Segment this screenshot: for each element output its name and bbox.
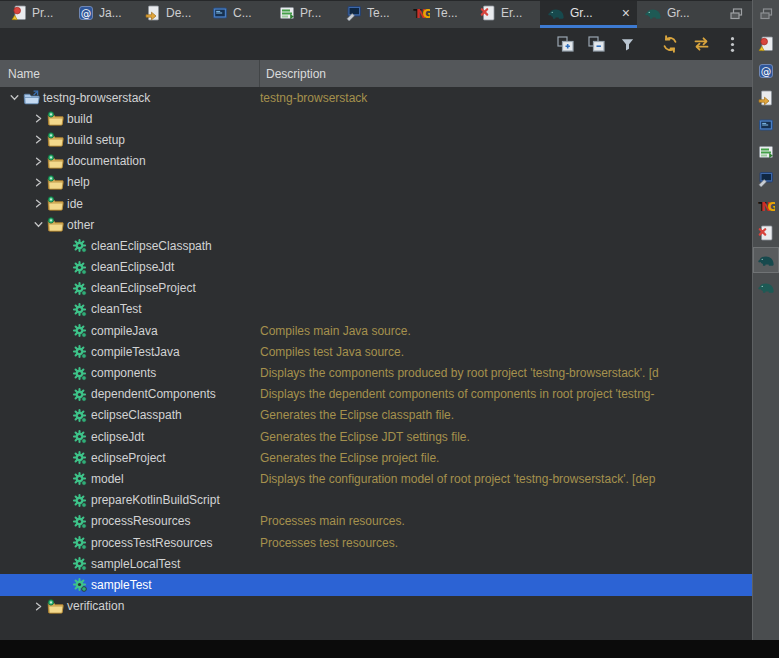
tree-row-sampleTest[interactable]: sampleTest: [0, 574, 752, 595]
tab-label: Gr...: [570, 6, 593, 20]
tree-row-components[interactable]: componentsDisplays the components produc…: [0, 362, 752, 383]
expander[interactable]: [30, 199, 46, 208]
tree-row-compileTestJava[interactable]: compileTestJavaCompiles test Java source…: [0, 341, 752, 362]
sidebar-declaration-button[interactable]: [754, 86, 778, 110]
expander[interactable]: [6, 93, 22, 102]
declaration-icon: [145, 5, 161, 21]
tree-row-sampleLocalTest[interactable]: sampleLocalTest: [0, 553, 752, 574]
terminal-icon: [346, 5, 362, 21]
problems-icon: [758, 36, 774, 52]
tab-label: Ja...: [99, 6, 122, 20]
expander[interactable]: [30, 157, 46, 166]
sidebar-problems-button[interactable]: [754, 32, 778, 56]
tree-row-ide[interactable]: ide: [0, 193, 752, 214]
item-icon-wrap: [70, 493, 89, 508]
column-header-name[interactable]: Name: [0, 67, 259, 81]
tree-row-processResources[interactable]: processResourcesProcesses main resources…: [0, 511, 752, 532]
chevron-right-icon: [34, 157, 43, 166]
tree-row-cleanEclipseJdt[interactable]: cleanEclipseJdt: [0, 257, 752, 278]
tree-row-build[interactable]: build: [0, 108, 752, 129]
tree-item-label: other: [67, 218, 94, 232]
item-icon-wrap: [46, 111, 65, 126]
tree-row-build-setup[interactable]: build setup: [0, 129, 752, 150]
tree-row-prepareKotlinBuildScript[interactable]: prepareKotlinBuildScript: [0, 490, 752, 511]
close-icon[interactable]: ×: [622, 6, 630, 20]
tree-row-cleanEclipseProject[interactable]: cleanEclipseProject: [0, 278, 752, 299]
tree-item-label: processTestResources: [91, 536, 212, 550]
sidebar-javadoc-button[interactable]: @: [754, 59, 778, 83]
tab-testng[interactable]: TNGTe...: [406, 1, 473, 28]
sidebar-testng-button[interactable]: TNG: [754, 194, 778, 218]
tree-row-verification[interactable]: verification: [0, 596, 752, 617]
gradle-tasks-icon: [547, 6, 565, 20]
sidebar-terminal-button[interactable]: [754, 167, 778, 191]
problems-icon: [11, 5, 27, 21]
tab-error-log[interactable]: Er...: [473, 1, 540, 28]
filter-button[interactable]: [615, 32, 639, 56]
link-selection-button[interactable]: [689, 32, 713, 56]
gradle-task-icon: [72, 514, 87, 529]
tab-gradle-executions[interactable]: Gr...: [637, 1, 704, 28]
tab-terminal[interactable]: Te...: [339, 1, 406, 28]
chevron-right-icon: [34, 114, 43, 123]
javadoc-icon: @: [758, 63, 774, 79]
tree-row-eclipseProject[interactable]: eclipseProjectGenerates the Eclipse proj…: [0, 447, 752, 468]
javadoc-icon: @: [78, 5, 94, 21]
sidebar-gradle-tasks-button[interactable]: [754, 248, 778, 272]
tab-problems[interactable]: Pr...: [4, 1, 71, 28]
tree-row-help[interactable]: help: [0, 172, 752, 193]
testng-icon: TNG: [758, 198, 775, 214]
chevron-down-icon: [10, 93, 19, 102]
expander[interactable]: [30, 602, 46, 611]
tree-item-label: eclipseJdt: [91, 430, 144, 444]
collapse-all-icon: [588, 36, 605, 52]
tab-console[interactable]: C...: [205, 1, 272, 28]
tab-label: Er...: [501, 6, 522, 20]
tab-progress[interactable]: Pr...: [272, 1, 339, 28]
left-pane: Pr...@Ja...De...C...Pr...Te...TNGTe...Er…: [0, 0, 752, 640]
tree-item-description: Displays the dependent components of com…: [260, 387, 752, 401]
expander[interactable]: [30, 135, 46, 144]
tree-row-eclipseJdt[interactable]: eclipseJdtGenerates the Eclipse JDT sett…: [0, 426, 752, 447]
tree-row-documentation[interactable]: documentation: [0, 151, 752, 172]
testng-icon: TNG: [413, 5, 430, 21]
refresh-tasks-button[interactable]: [658, 32, 682, 56]
tree-row-dependentComponents[interactable]: dependentComponentsDisplays the dependen…: [0, 384, 752, 405]
sidebar-gradle-executions-button[interactable]: [754, 275, 778, 299]
item-icon-wrap: [70, 323, 89, 338]
tree-row-model[interactable]: modelDisplays the configuration model of…: [0, 468, 752, 489]
tab-gradle-tasks[interactable]: Gr...×: [540, 1, 637, 28]
tree-row-cleanTest[interactable]: cleanTest: [0, 299, 752, 320]
expander[interactable]: [30, 220, 46, 229]
view-menu-button[interactable]: [720, 32, 744, 56]
tab-javadoc[interactable]: @Ja...: [71, 1, 138, 28]
expand-all-button[interactable]: [553, 32, 577, 56]
tree-row-other[interactable]: other: [0, 214, 752, 235]
tree-row-compileJava[interactable]: compileJavaCompiles main Java source.: [0, 320, 752, 341]
gradle-project-icon: [23, 90, 40, 105]
tab-declaration[interactable]: De...: [138, 1, 205, 28]
minimize-view-button[interactable]: [730, 6, 743, 24]
gradle-folder-icon: [47, 132, 64, 147]
column-header-description[interactable]: Description: [259, 60, 752, 87]
tree-row-testng-browserstack[interactable]: testng-browserstacktestng-browserstack: [0, 87, 752, 108]
expander[interactable]: [30, 114, 46, 123]
tree-row-processTestResources[interactable]: processTestResourcesProcesses test resou…: [0, 532, 752, 553]
item-icon-wrap: [70, 344, 89, 359]
gradle-folder-icon: [47, 196, 64, 211]
expand-all-icon: [557, 36, 574, 52]
sidebar-progress-button[interactable]: [754, 140, 778, 164]
restore-view-button[interactable]: [760, 6, 773, 24]
tree-item-description: Displays the configuration model of root…: [260, 472, 752, 486]
collapse-all-button[interactable]: [584, 32, 608, 56]
tree-row-eclipseClasspath[interactable]: eclipseClasspathGenerates the Eclipse cl…: [0, 405, 752, 426]
tree-item-label: cleanEclipseJdt: [91, 260, 174, 274]
expander[interactable]: [30, 178, 46, 187]
gradle-task-icon: [72, 366, 87, 381]
sidebar-console-button[interactable]: [754, 113, 778, 137]
gradle-tasks-icon: [757, 253, 775, 267]
sidebar-error-log-button[interactable]: [754, 221, 778, 245]
item-icon-wrap: [46, 196, 65, 211]
tree-item-description: Processes main resources.: [260, 514, 752, 528]
tree-row-cleanEclipseClasspath[interactable]: cleanEclipseClasspath: [0, 235, 752, 256]
